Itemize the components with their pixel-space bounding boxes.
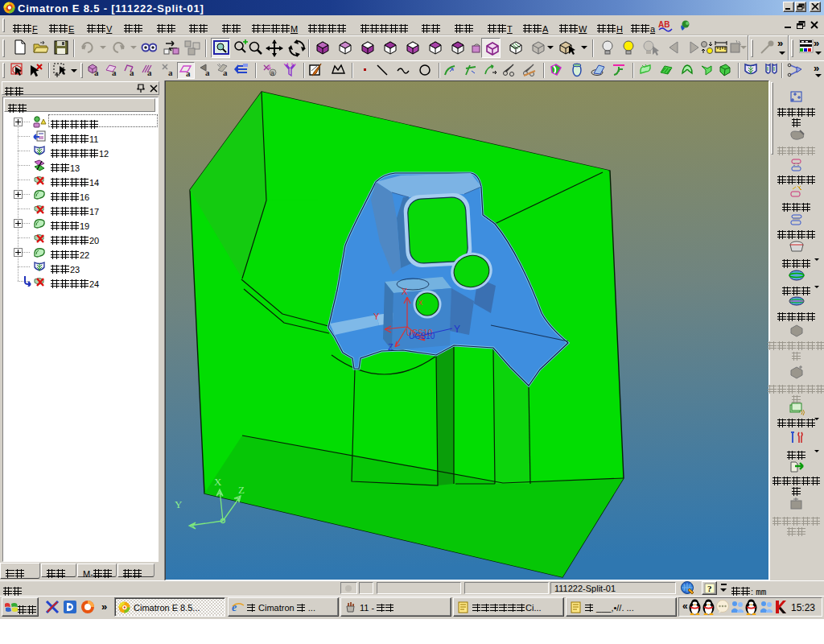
svg-text:e: e — [232, 601, 237, 613]
svg-text:x: x — [418, 298, 422, 307]
svg-text:X: X — [402, 287, 408, 296]
svg-text:?: ? — [707, 584, 712, 593]
svg-text:a: a — [205, 68, 210, 77]
svg-text:a: a — [130, 68, 134, 77]
svg-text:Z: Z — [388, 342, 393, 352]
svg-text:a: a — [223, 68, 228, 77]
svg-text:Y: Y — [373, 312, 380, 321]
svg-text:a: a — [94, 68, 99, 77]
svg-text:AB: AB — [658, 20, 670, 29]
svg-text:Z: Z — [238, 484, 245, 496]
svg-text:a: a — [186, 68, 191, 78]
svg-text:a: a — [147, 68, 152, 77]
svg-text:Y: Y — [175, 498, 183, 510]
svg-text:Y: Y — [454, 324, 460, 335]
svg-text:a: a — [168, 68, 173, 77]
svg-text:a: a — [270, 69, 274, 77]
svg-text:a: a — [112, 68, 117, 77]
svg-text:X: X — [214, 476, 222, 488]
